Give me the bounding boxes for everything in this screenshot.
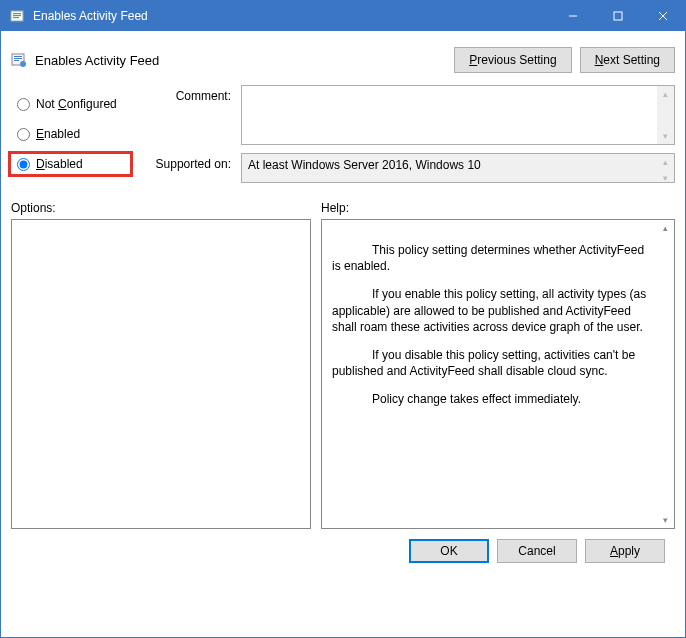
radio-disabled[interactable]: Disabled xyxy=(8,151,133,177)
help-paragraph: Policy change takes effect immediately. xyxy=(332,391,648,407)
title-bar: Enables Activity Feed xyxy=(1,1,685,31)
help-panel: This policy setting determines whether A… xyxy=(321,219,675,529)
close-button[interactable] xyxy=(640,1,685,31)
svg-rect-5 xyxy=(614,12,622,20)
svg-rect-10 xyxy=(14,58,22,59)
radio-enabled-input[interactable] xyxy=(17,128,30,141)
radio-not-configured[interactable]: Not Configured xyxy=(11,91,141,117)
comment-value xyxy=(242,86,674,144)
next-setting-button[interactable]: Next Setting xyxy=(580,47,675,73)
supported-on-field: At least Windows Server 2016, Windows 10… xyxy=(241,153,675,183)
supported-on-label: Supported on: xyxy=(141,153,241,183)
maximize-button[interactable] xyxy=(595,1,640,31)
svg-rect-2 xyxy=(13,15,21,16)
options-label: Options: xyxy=(11,201,311,215)
policy-title: Enables Activity Feed xyxy=(35,53,446,68)
policy-icon xyxy=(11,52,27,68)
help-paragraph: If you disable this policy setting, acti… xyxy=(332,347,648,379)
scrollbar[interactable]: ▴▾ xyxy=(657,220,674,528)
ok-button[interactable]: OK xyxy=(409,539,489,563)
app-icon xyxy=(9,8,25,24)
radio-not-configured-input[interactable] xyxy=(17,98,30,111)
comment-label: Comment: xyxy=(141,85,241,145)
cancel-button[interactable]: Cancel xyxy=(497,539,577,563)
svg-point-12 xyxy=(20,61,26,67)
supported-on-value: At least Windows Server 2016, Windows 10 xyxy=(242,154,674,182)
svg-rect-3 xyxy=(13,17,19,18)
help-paragraph: This policy setting determines whether A… xyxy=(332,242,648,274)
help-label: Help: xyxy=(321,201,675,215)
svg-rect-9 xyxy=(14,56,22,57)
svg-rect-11 xyxy=(14,60,19,61)
scrollbar[interactable]: ▴▾ xyxy=(657,86,674,144)
radio-not-configured-label: Not Configured xyxy=(36,97,117,111)
radio-enabled-label: Enabled xyxy=(36,127,80,141)
comment-field[interactable]: ▴▾ xyxy=(241,85,675,145)
scrollbar[interactable]: ▴▾ xyxy=(657,154,674,182)
minimize-button[interactable] xyxy=(550,1,595,31)
radio-enabled[interactable]: Enabled xyxy=(11,121,141,147)
svg-rect-1 xyxy=(13,13,21,14)
help-paragraph: If you enable this policy setting, all a… xyxy=(332,286,648,335)
apply-button[interactable]: Apply xyxy=(585,539,665,563)
previous-setting-button[interactable]: Previous Setting xyxy=(454,47,571,73)
state-radio-group: Not Configured Enabled Disabled xyxy=(11,85,141,191)
options-panel xyxy=(11,219,311,529)
window-title: Enables Activity Feed xyxy=(33,9,550,23)
radio-disabled-label: Disabled xyxy=(36,157,83,171)
radio-disabled-input[interactable] xyxy=(17,158,30,171)
dialog-footer: OK Cancel Apply xyxy=(11,529,675,573)
